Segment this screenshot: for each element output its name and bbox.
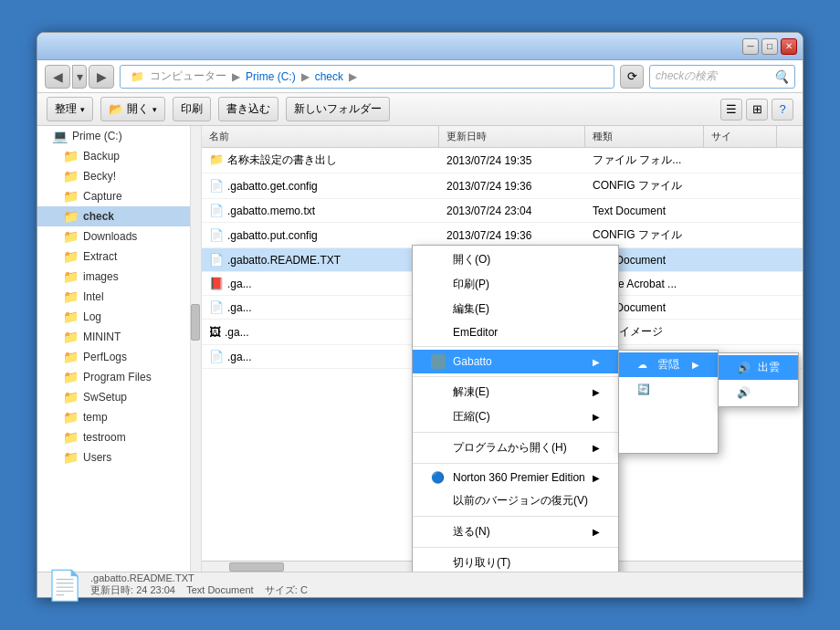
ctx-restore-version[interactable]: 以前のバージョンの復元(V) bbox=[413, 488, 618, 513]
minimize-button[interactable]: ─ bbox=[742, 38, 759, 55]
title-bar: ─ □ ✕ bbox=[37, 33, 803, 60]
sidebar-item-capture[interactable]: 📁 Capture bbox=[37, 186, 190, 206]
col-header-type[interactable]: 種類 bbox=[585, 126, 704, 147]
file-type: ファイル フォル... bbox=[585, 151, 704, 170]
ctx-separator bbox=[413, 376, 618, 377]
file-row[interactable]: 📄.gabatto.get.config 2013/07/24 19:36 CO… bbox=[202, 173, 803, 199]
ctx-sendto[interactable]: 送る(N)▶ bbox=[413, 520, 618, 544]
sidebar-item-check[interactable]: 📁 check bbox=[37, 206, 190, 226]
gabatto-sub-mirror[interactable]: ミラー bbox=[619, 402, 718, 426]
ctx-compress[interactable]: 圧縮(C)▶ bbox=[413, 404, 618, 429]
ctx-separator bbox=[413, 346, 618, 347]
sidebar-item-extract[interactable]: 📁 Extract bbox=[37, 247, 190, 267]
izumo-izumo[interactable]: 🔊 出雲 bbox=[719, 355, 798, 380]
print-button[interactable]: 印刷 bbox=[173, 97, 211, 121]
sidebar-item-intel[interactable]: 📁 Intel bbox=[37, 287, 190, 307]
sidebar-item-swsetup[interactable]: 📁 SwSetup bbox=[37, 387, 190, 407]
ctx-cut[interactable]: 切り取り(T) bbox=[413, 551, 618, 572]
organize-button[interactable]: 整理 ▾ bbox=[47, 97, 93, 121]
folder-icon: 📁 bbox=[63, 450, 79, 465]
refresh-button[interactable]: ⟳ bbox=[620, 65, 644, 89]
sidebar-item-images[interactable]: 📁 images bbox=[37, 267, 190, 287]
file-type: Text Document bbox=[585, 203, 704, 219]
view-details-button[interactable]: ☰ bbox=[720, 99, 742, 121]
ctx-open-with[interactable]: プログラムから開く(H)▶ bbox=[413, 436, 618, 460]
new-folder-button[interactable]: 新しいフォルダー bbox=[286, 97, 390, 121]
sidebar-item-log[interactable]: 📁 Log bbox=[37, 307, 190, 327]
folder-icon: 📁 bbox=[63, 350, 79, 364]
file-type: CONFIG ファイル bbox=[585, 226, 704, 245]
gabatto-sub-kumogakure[interactable]: ☁ 雲隠 ▶ 🔊 出雲 🔊 入雲 bbox=[619, 352, 718, 377]
sidebar-item-drive[interactable]: 💻 Prime (C:) bbox=[37, 126, 190, 146]
sidebar-item-program-files[interactable]: 📁 Program Files bbox=[37, 367, 190, 387]
ctx-edit[interactable]: 編集(E) bbox=[413, 297, 618, 321]
folder-icon: 📁 bbox=[63, 410, 79, 425]
izumo-igumo[interactable]: 🔊 入雲 bbox=[719, 380, 798, 404]
file-size bbox=[704, 159, 777, 163]
col-header-size[interactable]: サイ bbox=[704, 126, 777, 147]
file-type: CONFIG ファイル bbox=[585, 176, 704, 195]
ctx-separator bbox=[413, 547, 618, 548]
file-row[interactable]: 📁名称未設定の書き出し 2013/07/24 19:35 ファイル フォル... bbox=[202, 148, 803, 173]
status-preview: 📄 .gabatto.README.TXT 更新日時: 24 23:04 Tex… bbox=[47, 568, 308, 603]
file-name: 📄.gabatto.get.config bbox=[202, 177, 439, 194]
sidebar-inner: 💻 Prime (C:) 📁 Backup 📁 Becky! 📁 Capture bbox=[37, 126, 190, 572]
col-header-name[interactable]: 名前 bbox=[202, 126, 439, 147]
sidebar-item-temp[interactable]: 📁 temp bbox=[37, 407, 190, 427]
write-button[interactable]: 書き込む bbox=[218, 97, 278, 121]
close-button[interactable]: ✕ bbox=[781, 38, 797, 55]
help-button[interactable]: ? bbox=[772, 99, 793, 121]
drive-icon: 💻 bbox=[52, 129, 68, 143]
gabatto-sub-sync[interactable]: 🔄 同期 ▶ bbox=[619, 377, 718, 402]
folder-icon: 📁 bbox=[63, 269, 79, 284]
folder-icon: 📁 bbox=[63, 289, 79, 304]
ctx-separator bbox=[413, 463, 618, 464]
sidebar-item-becky[interactable]: 📁 Becky! bbox=[37, 166, 190, 186]
status-meta: 更新日時: 24 23:04 Text Document サイズ: C bbox=[90, 583, 308, 597]
file-date: 2013/07/24 19:35 bbox=[439, 152, 585, 169]
address-path[interactable]: 📁 コンピューター ▶ Prime (C:) ▶ check ▶ bbox=[120, 65, 614, 89]
ctx-gabatto[interactable]: Gabatto ▶ ☁ 雲隠 ▶ 🔊 出雲 bbox=[413, 350, 618, 373]
file-name: 📄.gabatto.README.TXT bbox=[202, 251, 439, 268]
view-pane-button[interactable]: ⊞ bbox=[746, 99, 768, 121]
gabatto-icon bbox=[431, 354, 446, 369]
search-box[interactable]: checkの検索 🔍 bbox=[649, 65, 795, 89]
sidebar-item-downloads[interactable]: 📁 Downloads bbox=[37, 226, 190, 247]
folder-icon: 📁 bbox=[63, 229, 79, 244]
open-button[interactable]: 📂 開く ▾ bbox=[100, 97, 165, 121]
folder-icon: 📁 bbox=[63, 370, 79, 384]
explorer-window: ─ □ ✕ ◀ ▾ ▶ 📁 コンピューター ▶ Prime (C:) ▶ che… bbox=[37, 32, 803, 598]
file-size bbox=[704, 331, 777, 334]
sidebar-scrollbar[interactable] bbox=[190, 126, 201, 572]
window-controls: ─ □ ✕ bbox=[742, 38, 797, 55]
sidebar-item-minint[interactable]: 📁 MININT bbox=[37, 327, 190, 347]
forward-button[interactable]: ▶ bbox=[89, 65, 114, 89]
gabatto-sub-compare[interactable]: 比較 bbox=[619, 426, 718, 451]
sidebar-item-perflogs[interactable]: 📁 PerfLogs bbox=[37, 347, 190, 367]
norton-icon: 🔵 bbox=[431, 471, 446, 484]
ctx-separator bbox=[413, 432, 618, 433]
file-row[interactable]: 📄.gabatto.memo.txt 2013/07/24 23:04 Text… bbox=[202, 199, 803, 223]
file-name: 📄.gabatto.memo.txt bbox=[202, 202, 439, 219]
ctx-open[interactable]: 開く(O) bbox=[413, 247, 618, 272]
maximize-button[interactable]: □ bbox=[761, 38, 778, 55]
file-name: 🖼.ga... bbox=[202, 323, 439, 341]
nav-dropdown-button[interactable]: ▾ bbox=[72, 65, 87, 89]
sidebar-item-testroom[interactable]: 📁 testroom bbox=[37, 427, 190, 447]
toolbar: 整理 ▾ 📂 開く ▾ 印刷 書き込む 新しいフォルダー ☰ ⊞ ? bbox=[37, 93, 803, 126]
sidebar-item-backup[interactable]: 📁 Backup bbox=[37, 146, 190, 166]
folder-icon: 📁 bbox=[63, 430, 79, 445]
back-button[interactable]: ◀ bbox=[45, 65, 70, 89]
context-menu: 開く(O) 印刷(P) 編集(E) EmEditor Gabatto ▶ ☁ 雲… bbox=[412, 245, 619, 572]
address-bar: ◀ ▾ ▶ 📁 コンピューター ▶ Prime (C:) ▶ check ▶ ⟳… bbox=[37, 60, 803, 93]
file-date: 2013/07/24 19:36 bbox=[439, 178, 585, 194]
ctx-extract[interactable]: 解凍(E)▶ bbox=[413, 380, 618, 404]
ctx-norton[interactable]: 🔵 Norton 360 Premier Edition ▶ bbox=[413, 467, 618, 488]
search-placeholder: checkの検索 bbox=[656, 68, 717, 84]
ctx-print[interactable]: 印刷(P) bbox=[413, 272, 618, 297]
sidebar-item-users[interactable]: 📁 Users bbox=[37, 447, 190, 467]
file-date: 2013/07/24 19:36 bbox=[439, 227, 585, 244]
folder-icon: 📁 bbox=[63, 330, 79, 344]
ctx-emeditor[interactable]: EmEditor bbox=[413, 321, 618, 343]
col-header-date[interactable]: 更新日時 bbox=[439, 126, 585, 147]
